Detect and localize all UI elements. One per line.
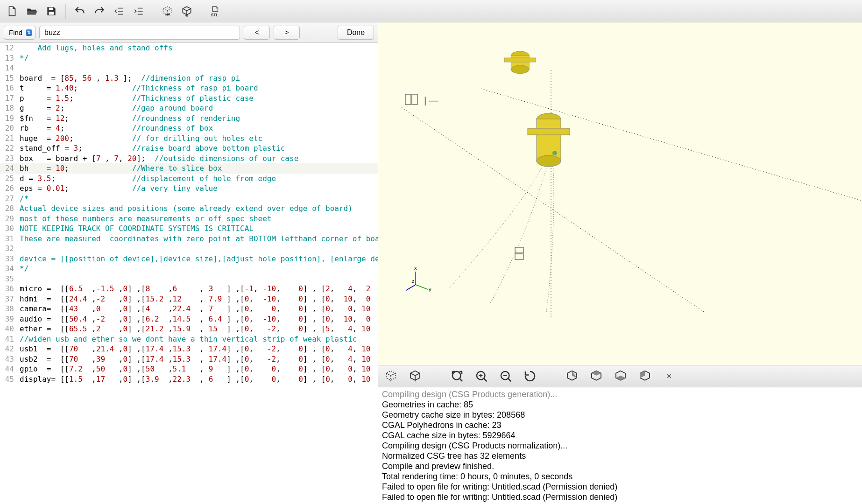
render-icon[interactable] — [407, 368, 423, 384]
view-bottom-button[interactable] — [613, 368, 629, 384]
code-line[interactable]: 34*/ — [0, 264, 378, 274]
find-input[interactable] — [39, 26, 240, 40]
view-more-button[interactable]: × — [661, 368, 677, 384]
view-left-button[interactable] — [637, 368, 653, 384]
code-line[interactable]: 37hdmi = [[24.4 ,-2 ,0] ,[15.2 ,12 , 7.9… — [0, 294, 378, 304]
code-line[interactable]: 39audio = [[50.4 ,-2 ,0] ,[6.2 ,14.5 , 6… — [0, 314, 378, 324]
line-number: 13 — [0, 53, 18, 63]
main-toolbar: STL — [0, 0, 862, 22]
indent-button[interactable] — [130, 3, 147, 20]
code-line[interactable]: 29most of these numbers are measurements… — [0, 214, 378, 224]
code-line[interactable]: 44gpio = [[7.2 ,50 ,0] ,[50 ,5.1 , 9 ] ,… — [0, 364, 378, 374]
preview-button[interactable] — [159, 3, 176, 20]
code-line[interactable]: 14 — [0, 63, 378, 73]
find-next-button[interactable]: > — [274, 26, 300, 40]
code-line[interactable]: 41//widen usb and ether so we dont have … — [0, 334, 378, 344]
svg-point-16 — [511, 65, 529, 74]
line-number: 19 — [0, 113, 18, 124]
code-line[interactable]: 32 — [0, 244, 378, 254]
svg-text:STL: STL — [211, 13, 219, 17]
code-line[interactable]: 21huge = 200; // for drilling out holes … — [0, 133, 378, 144]
code-line[interactable]: 16t = 1.40; //Thickness of rasp pi board — [0, 83, 378, 93]
render-button[interactable] — [178, 3, 195, 20]
line-number: 45 — [0, 374, 18, 385]
line-number: 24 — [0, 163, 18, 174]
export-stl-button[interactable]: STL — [207, 3, 224, 20]
svg-line-7 — [416, 285, 428, 289]
line-number: 36 — [0, 284, 18, 294]
code-line[interactable]: 20rb = 4; //roundness of box — [0, 123, 378, 133]
line-number: 22 — [0, 143, 18, 154]
code-line[interactable]: 45display= [[1.5 ,17 ,0] ,[3.9 ,22.3 , 6… — [0, 374, 378, 385]
code-line[interactable]: 26eps = 0.01; //a very tiny value — [0, 183, 378, 194]
line-number: 44 — [0, 364, 18, 374]
code-line[interactable]: 31These are measured coordinates with ze… — [0, 234, 378, 244]
code-line[interactable]: 38camera= [[43 ,0 ,0] ,[4 ,22.4 , 7 ] ,[… — [0, 304, 378, 314]
code-line[interactable]: 43usb2 = [[70 ,39 ,0] ,[17.4 ,15.3 , 17.… — [0, 354, 378, 364]
console-line: Total rendering time: 0 hours, 0 minutes… — [382, 471, 858, 482]
code-line[interactable]: 17p = 1.5; //Thickness of plastic case — [0, 93, 378, 104]
view-top-button[interactable] — [588, 368, 604, 384]
code-line[interactable]: 24bh = 10; //Where to slice box — [0, 163, 378, 174]
console-line: Compiling design (CSG Products normaliza… — [382, 441, 858, 451]
svg-line-8 — [406, 285, 416, 290]
line-number: 43 — [0, 354, 18, 364]
code-line[interactable]: 18g = 2; //gap around board — [0, 103, 378, 113]
code-line[interactable]: 23box = board + [7 , 7, 20]; //outside d… — [0, 154, 378, 164]
line-number: 27 — [0, 194, 18, 204]
code-line[interactable]: 40ether = [[65.5 ,2 ,0] ,[21.2 ,15.9 , 1… — [0, 324, 378, 334]
code-line[interactable]: 27/* — [0, 194, 378, 204]
code-line[interactable]: 12 Add lugs, holes and stand offs — [0, 43, 378, 53]
line-number: 28 — [0, 203, 18, 214]
line-number: 37 — [0, 294, 18, 304]
code-line[interactable]: 35 — [0, 274, 378, 284]
line-number: 30 — [0, 224, 18, 234]
line-number: 35 — [0, 274, 18, 284]
svg-rect-10 — [537, 119, 561, 161]
zoom-out-button[interactable] — [498, 368, 514, 384]
zoom-fit-button[interactable] — [449, 368, 465, 384]
undo-button[interactable] — [71, 3, 88, 20]
reset-view-button[interactable] — [522, 368, 538, 384]
3d-viewport[interactable]: x y z — [378, 22, 862, 365]
line-number: 29 — [0, 214, 18, 224]
svg-rect-1 — [49, 12, 54, 15]
line-number: 39 — [0, 314, 18, 324]
code-line[interactable]: 33device = [[position of device],[device… — [0, 254, 378, 264]
unindent-button[interactable] — [111, 3, 127, 20]
zoom-in-button[interactable] — [473, 368, 489, 384]
preview-icon[interactable] — [383, 368, 399, 384]
code-line[interactable]: 36micro = [[6.5 ,-1.5 ,0] ,[8 ,6 , 3 ] ,… — [0, 284, 378, 294]
code-line[interactable]: 28Actual device sizes and positions (som… — [0, 203, 378, 214]
save-button[interactable] — [43, 3, 60, 20]
code-line[interactable]: 19$fn = 12; //roundness of rendering — [0, 113, 378, 124]
svg-rect-21 — [515, 254, 523, 259]
line-number: 23 — [0, 154, 18, 164]
find-prev-button[interactable]: < — [244, 26, 270, 40]
code-line[interactable]: 13*/ — [0, 53, 378, 63]
code-line[interactable]: 15board = [85, 56 , 1.3 ]; //dimension o… — [0, 73, 378, 84]
svg-rect-19 — [412, 94, 417, 105]
console-line: Saved design 'buzzer_rubberband.scad'. — [382, 502, 858, 504]
line-number: 40 — [0, 324, 18, 334]
code-editor[interactable]: 12 Add lugs, holes and stand offs13*/141… — [0, 43, 378, 504]
code-line[interactable]: 22stand_off = 3; //raise board above bot… — [0, 143, 378, 154]
line-number: 33 — [0, 254, 18, 264]
console-line: Geometries in cache: 85 — [382, 399, 858, 410]
view-right-button[interactable] — [564, 368, 580, 384]
open-file-button[interactable] — [23, 3, 40, 20]
code-line[interactable]: 42usb1 = [[70 ,21.4 ,0] ,[17.4 ,15.3 , 1… — [0, 344, 378, 354]
find-done-button[interactable]: Done — [338, 26, 374, 40]
axis-z-label: z — [412, 278, 415, 284]
console-output[interactable]: Compiling design (CSG Products generatio… — [378, 387, 862, 504]
code-line[interactable]: 25d = 3.5; //displacement of hole from e… — [0, 174, 378, 184]
svg-text:| —: | — — [424, 95, 438, 105]
find-mode-select[interactable]: Find — [4, 26, 35, 40]
svg-rect-17 — [504, 58, 536, 62]
new-file-button[interactable] — [4, 3, 21, 20]
console-line: Failed to open file for writing: Untitle… — [382, 482, 858, 492]
line-number: 34 — [0, 264, 18, 274]
code-line[interactable]: 30NOTE KEEPING TRACK OF COORDINATE SYSTE… — [0, 224, 378, 234]
line-number: 41 — [0, 334, 18, 344]
redo-button[interactable] — [91, 3, 108, 20]
